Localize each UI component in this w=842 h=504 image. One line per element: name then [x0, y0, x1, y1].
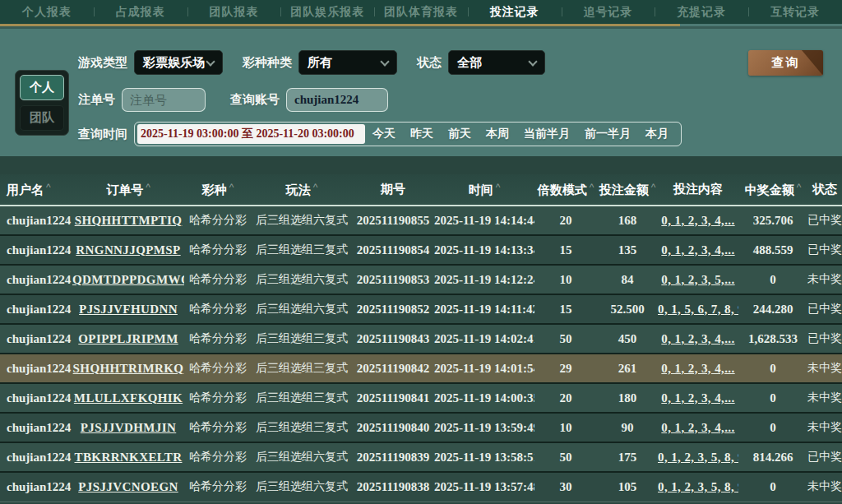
cell-lottery: 哈希分分彩: [184, 442, 252, 472]
cell-issue: 202511190854: [352, 235, 434, 265]
table-row: chujian1224QDMTDPPDGMWO哈希分分彩后三组选组六复式2025…: [0, 265, 842, 294]
cell-play: 后三组选组六复式: [252, 472, 352, 502]
cell-time: 2025-11-19 14:00:35: [434, 383, 534, 413]
table-row: chujian1224PJSJJVFHUDNN哈希分分彩后三组选组六复式2025…: [0, 294, 842, 324]
game-type-select[interactable]: 彩票娱乐场: [134, 50, 223, 75]
cell-bet-content[interactable]: 0, 1, 2, 3, 4,...: [658, 413, 738, 442]
table-row: chujian1224SHQHHTTMPTIQ哈希分分彩后三组选组六复式2025…: [0, 206, 842, 235]
column-header[interactable]: 倍数模式^: [534, 174, 597, 206]
cell-status: 未中奖: [807, 354, 842, 383]
cell-issue: 202511190855: [352, 206, 434, 235]
cell-multiple: 20: [534, 206, 597, 235]
lottery-type-select[interactable]: 所有: [298, 50, 397, 75]
nav-tab[interactable]: 投注记录: [468, 0, 562, 24]
cell-play: 后三组选组六复式: [252, 442, 352, 472]
cell-issue: 202511190853: [352, 265, 434, 294]
column-header[interactable]: 时间^: [434, 174, 534, 206]
column-header[interactable]: 用户名^: [0, 174, 72, 206]
column-header: 状态: [807, 174, 842, 206]
sort-caret-icon: ^: [46, 182, 51, 193]
cell-bet-content[interactable]: 0, 1, 2, 3, 5, 8, 9: [658, 442, 738, 472]
nav-tab[interactable]: 团队体育报表: [374, 0, 468, 24]
filter-row-types: 游戏类型 彩票娱乐场 彩种种类 所有 状态 全部: [78, 50, 545, 75]
cell-order-id[interactable]: QDMTDPPDGMWO: [72, 265, 184, 294]
cell-order-id[interactable]: PJSJJVFHUDNN: [72, 294, 184, 324]
cell-bet-amount: 168: [597, 206, 658, 235]
cell-order-id[interactable]: OPIPPLJRIPMM: [72, 324, 184, 354]
cell-issue: 202511190852: [352, 294, 434, 324]
status-value: 全部: [457, 55, 482, 71]
cell-order-id[interactable]: PJSJJVDHMJIN: [72, 413, 184, 442]
order-no-input[interactable]: [122, 88, 206, 112]
sort-caret-icon: ^: [651, 182, 656, 193]
cell-lottery: 哈希分分彩: [184, 206, 252, 235]
quick-range-button[interactable]: 前一半月: [577, 127, 638, 141]
account-input[interactable]: [286, 88, 388, 112]
nav-tab[interactable]: 追号记录: [562, 0, 655, 24]
cell-multiple: 29: [534, 354, 597, 383]
cell-bet-amount: 180: [597, 383, 658, 413]
cell-username: chujian1224: [0, 472, 72, 502]
cell-issue: 202511190839: [352, 442, 434, 472]
column-header[interactable]: 订单号^: [72, 174, 184, 206]
cell-order-id[interactable]: SHQHHTRIMRKQ: [72, 354, 184, 383]
query-button[interactable]: 查询: [748, 50, 823, 76]
column-header[interactable]: 中奖金额^: [738, 174, 807, 206]
cell-bet-content[interactable]: 0, 1, 5, 6, 7, 8, 9: [658, 294, 738, 324]
gold-underline: [0, 24, 680, 26]
cell-issue: 202511190841: [352, 383, 434, 413]
cell-bet-content[interactable]: 0, 1, 2, 3, 4,...: [658, 383, 738, 413]
nav-tab[interactable]: 团队娱乐报表: [280, 0, 374, 24]
scope-switch: 个人 团队: [15, 70, 69, 136]
quick-range-button[interactable]: 本月: [638, 127, 676, 141]
time-label: 查询时间: [78, 127, 127, 142]
cell-bet-content[interactable]: 0, 1, 2, 3, 4,...: [658, 206, 738, 235]
cell-bet-content[interactable]: 0, 1, 2, 3, 4,...: [658, 324, 738, 354]
scope-team-button[interactable]: 团队: [20, 105, 64, 131]
corner-fold-icon: [802, 50, 823, 76]
cell-play: 后三组选组六复式: [252, 206, 352, 235]
table-row: chujian1224PJSJJVDHMJIN哈希分分彩后三组选组三复式2025…: [0, 413, 842, 442]
column-header[interactable]: 彩种^: [184, 174, 252, 206]
cell-username: chujian1224: [0, 442, 72, 472]
cell-bet-content[interactable]: 0, 1, 2, 3, 5,...: [658, 265, 738, 294]
lottery-type-value: 所有: [308, 55, 332, 71]
date-range-input[interactable]: [137, 124, 365, 144]
cell-order-id[interactable]: RNGNNJJQPMSP: [72, 235, 184, 265]
records-table: 用户名^订单号^彩种^玩法^期号时间^倍数模式^投注金额^投注内容中奖金额^状态…: [0, 174, 842, 502]
cell-multiple: 20: [534, 383, 597, 413]
cell-order-id[interactable]: MLULLXFKQHIK: [72, 383, 184, 413]
nav-tab[interactable]: 个人报表: [0, 0, 94, 24]
cell-username: chujian1224: [0, 294, 72, 324]
cell-username: chujian1224: [0, 235, 72, 265]
cell-order-id[interactable]: TBKRRNKXELTR: [72, 442, 184, 472]
filter-row-time: 查询时间 今天昨天前天本周当前半月前一半月本月: [78, 122, 682, 146]
nav-tab[interactable]: 充提记录: [655, 0, 748, 24]
status-select[interactable]: 全部: [448, 50, 545, 75]
quick-range-button[interactable]: 昨天: [403, 127, 441, 141]
records-table-section: 用户名^订单号^彩种^玩法^期号时间^倍数模式^投注金额^投注内容中奖金额^状态…: [0, 156, 842, 504]
scope-personal-button[interactable]: 个人: [20, 75, 64, 100]
cell-issue: 202511190843: [352, 324, 434, 354]
sort-caret-icon: ^: [313, 182, 318, 193]
quick-range-button[interactable]: 本周: [479, 127, 516, 141]
quick-range-button[interactable]: 今天: [365, 127, 403, 141]
sort-caret-icon: ^: [590, 182, 594, 193]
quick-range-button[interactable]: 前天: [441, 127, 479, 141]
nav-tab[interactable]: 互转记录: [748, 0, 842, 24]
cell-bet-amount: 175: [597, 442, 658, 472]
cell-win-amount: 0: [738, 265, 807, 294]
cell-username: chujian1224: [0, 206, 72, 235]
cell-bet-content[interactable]: 0, 1, 2, 3, 4,...: [658, 235, 738, 265]
nav-tab[interactable]: 占成报表: [94, 0, 187, 24]
column-header[interactable]: 投注金额^: [597, 174, 658, 206]
quick-range-button[interactable]: 当前半月: [516, 127, 577, 141]
nav-tab[interactable]: 团队报表: [187, 0, 281, 24]
cell-order-id[interactable]: SHQHHTTMPTIQ: [72, 206, 184, 235]
cell-username: chujian1224: [0, 383, 72, 413]
column-header[interactable]: 玩法^: [252, 174, 352, 206]
cell-bet-content[interactable]: 0, 1, 2, 3, 4,...: [658, 354, 738, 383]
cell-time: 2025-11-19 14:01:54: [434, 354, 534, 383]
cell-order-id[interactable]: PJSJJVCNOEGN: [72, 472, 184, 502]
cell-bet-content[interactable]: 0, 1, 2, 3, 5, 8, 9: [658, 472, 738, 502]
